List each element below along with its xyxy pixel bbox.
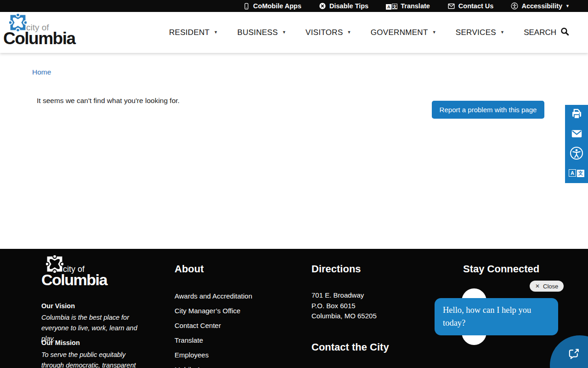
site-header: city of Columbia RESIDENT ▼ BUSINESS ▼ V…: [0, 12, 588, 53]
page: CoMobile Apps Disable Tips A文 Translate …: [0, 0, 588, 368]
chevron-down-icon: ▼: [282, 30, 286, 34]
contact-us-label: Contact Us: [458, 2, 494, 10]
breadcrumb-home-link[interactable]: Home: [32, 68, 51, 76]
address-line-1: 701 E. Broadway: [311, 290, 389, 301]
utility-bar: CoMobile Apps Disable Tips A文 Translate …: [0, 0, 588, 12]
footer-about-column: About Awards and Accreditation City Mana…: [175, 263, 252, 368]
accessibility-icon: [511, 2, 518, 10]
email-button[interactable]: [565, 125, 588, 144]
address-line-2: P.O. Box 6015: [311, 301, 389, 311]
circle-x-icon: [319, 2, 326, 10]
nav-visitors-label: VISITORS: [305, 28, 343, 37]
accessibility-tools-button[interactable]: [565, 144, 588, 164]
close-icon: ✕: [535, 283, 540, 289]
main-nav: RESIDENT ▼ BUSINESS ▼ VISITORS ▼ GOVERNM…: [169, 12, 570, 53]
translate-boxes-icon: A文: [386, 2, 397, 10]
email-icon: [571, 127, 583, 141]
chevron-down-icon: ▼: [432, 30, 436, 34]
chevron-down-icon: ▼: [347, 30, 351, 34]
translate-icon: A文: [569, 169, 584, 177]
nav-services-label: SERVICES: [456, 28, 496, 37]
logo-columbia-text: Columbia: [3, 29, 75, 48]
print-button[interactable]: [565, 105, 588, 125]
contact-us-link[interactable]: Contact Us: [447, 2, 494, 10]
footer-stay-connected-column: Stay Connected: [463, 263, 539, 275]
translate-label: Translate: [401, 2, 430, 10]
chevron-down-icon: ▼: [500, 30, 504, 34]
about-links: Awards and Accreditation City Manager’s …: [175, 292, 252, 368]
translate-link[interactable]: A文 Translate: [386, 2, 430, 10]
nav-visitors[interactable]: VISITORS ▼: [305, 28, 351, 37]
mission-title: Our Mission: [41, 339, 80, 346]
print-icon: [571, 108, 583, 121]
mission-text: To serve the public equitably through de…: [41, 350, 137, 368]
nav-resident[interactable]: RESIDENT ▼: [169, 28, 218, 37]
site-logo[interactable]: city of Columbia: [3, 12, 95, 53]
directions-heading: Directions: [311, 263, 389, 275]
search-icon: [560, 27, 570, 39]
search-button[interactable]: SEARCH: [524, 27, 570, 39]
contact-city-heading: Contact the City: [311, 341, 389, 353]
share-toolbar: A文: [565, 105, 588, 183]
stay-connected-heading: Stay Connected: [463, 263, 539, 275]
nav-business[interactable]: BUSINESS ▼: [237, 28, 287, 37]
not-found-message: It seems we can't find what you're looki…: [37, 97, 180, 105]
footer-logo[interactable]: city of Columbia: [41, 255, 133, 292]
about-heading: About: [175, 263, 252, 275]
chat-close-label: Close: [543, 283, 558, 290]
link-city-managers-office[interactable]: City Manager’s Office: [175, 307, 252, 315]
link-mobile-apps[interactable]: Mobile Apps: [175, 366, 252, 368]
chat-close-button[interactable]: ✕ Close: [530, 281, 564, 292]
footer-directions-column: Directions 701 E. Broadway P.O. Box 6015…: [311, 263, 389, 353]
nav-government[interactable]: GOVERNMENT ▼: [371, 28, 436, 37]
link-translate[interactable]: Translate: [175, 336, 252, 344]
comobile-apps-link[interactable]: CoMobile Apps: [243, 2, 301, 10]
nav-services[interactable]: SERVICES ▼: [456, 28, 504, 37]
chat-greeting-bubble[interactable]: Hello, how can I help you today?: [435, 298, 558, 335]
comobile-apps-label: CoMobile Apps: [253, 2, 301, 10]
envelope-icon: [447, 2, 455, 10]
address-block: 701 E. Broadway P.O. Box 6015 Columbia, …: [311, 290, 389, 322]
chevron-down-icon: ▼: [214, 30, 218, 34]
search-label: SEARCH: [524, 28, 556, 37]
smartphone-icon: [243, 3, 250, 10]
nav-business-label: BUSINESS: [237, 28, 278, 37]
accessibility-icon: [570, 146, 583, 161]
accessibility-menu[interactable]: Accessibility ▼: [511, 2, 570, 10]
vision-title: Our Vision: [41, 302, 75, 310]
disable-tips-link[interactable]: Disable Tips: [319, 2, 368, 10]
accessibility-label: Accessibility: [521, 2, 562, 10]
link-contact-center[interactable]: Contact Center: [175, 322, 252, 329]
translate-button[interactable]: A文: [565, 164, 588, 184]
footer-logo-columbia-text: Columbia: [41, 271, 107, 289]
report-problem-button[interactable]: Report a problem with this page: [432, 101, 544, 119]
disable-tips-label: Disable Tips: [329, 2, 368, 10]
link-awards-accreditation[interactable]: Awards and Accreditation: [175, 292, 252, 300]
link-employees[interactable]: Employees: [175, 351, 252, 359]
address-line-3: Columbia, MO 65205: [311, 311, 389, 322]
nav-government-label: GOVERNMENT: [371, 28, 428, 37]
nav-resident-label: RESIDENT: [169, 28, 209, 37]
chevron-down-icon: ▼: [565, 4, 570, 8]
